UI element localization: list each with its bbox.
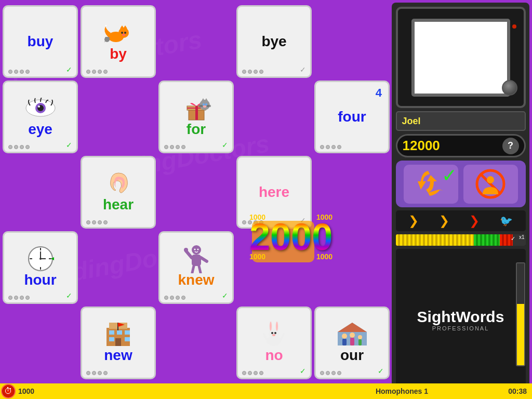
word-knew: knew: [178, 272, 214, 288]
nav-bird-icon[interactable]: 🐦: [500, 215, 513, 227]
nav-arrow-1[interactable]: ❯: [408, 214, 419, 228]
svg-point-45: [197, 248, 198, 250]
card-bye-check: ✓: [300, 65, 306, 74]
card-four[interactable]: 4 four: [314, 81, 390, 153]
recycle-icon: [417, 170, 445, 198]
card-our-check: ✓: [378, 367, 384, 375]
card-here-check: ✓: [300, 216, 306, 224]
svg-point-62: [271, 332, 273, 334]
svg-line-41: [201, 258, 207, 261]
nav-arrows: ❯ ❯ ❯ 🐦: [396, 210, 526, 231]
svg-point-9: [108, 37, 110, 39]
word-new: new: [104, 347, 132, 364]
card-empty-9: [236, 231, 312, 304]
tv-display: [396, 7, 526, 108]
card-here-dots: [242, 220, 263, 224]
tv-knob[interactable]: [502, 80, 517, 96]
svg-line-39: [186, 251, 192, 258]
card-bye[interactable]: bye ✓: [236, 5, 312, 78]
card-hour[interactable]: hour ✓: [3, 231, 78, 304]
card-empty-4: [236, 81, 312, 153]
svg-marker-20: [202, 98, 205, 101]
word-by: by: [110, 46, 127, 62]
progress-check: ✓: [511, 235, 515, 242]
svg-rect-52: [125, 337, 130, 341]
cat-gift-icon: [181, 97, 212, 120]
level-fill: [517, 304, 524, 365]
score-box: 12000 ?: [396, 134, 526, 157]
progress-bar: ✓ x1: [396, 234, 526, 246]
svg-point-1: [118, 28, 129, 38]
card-for[interactable]: for ✓: [158, 81, 234, 153]
card-eye[interactable]: eye ✓: [3, 81, 78, 153]
svg-point-14: [38, 105, 40, 108]
card-by[interactable]: by: [81, 5, 156, 78]
svg-point-60: [270, 322, 272, 331]
building-icon: [103, 323, 134, 346]
card-new-dots: [86, 371, 108, 375]
recycle-button[interactable]: ✓: [404, 165, 458, 204]
card-no[interactable]: no ✓: [236, 307, 312, 379]
svg-point-63: [274, 332, 276, 334]
word-for: for: [187, 121, 206, 138]
card-our[interactable]: our ✓: [314, 307, 390, 379]
player-name: Joel: [402, 116, 421, 127]
svg-point-24: [203, 105, 206, 108]
level-bar: [516, 262, 525, 366]
word-hour: hour: [24, 272, 56, 288]
svg-rect-38: [192, 255, 201, 266]
card-four-dots: [320, 145, 341, 149]
card-no-check: ✓: [300, 367, 306, 375]
progress-green: [474, 234, 500, 246]
logo-text-line1: SightWords: [417, 308, 504, 325]
eye-icon: [25, 97, 56, 120]
word-no: no: [265, 347, 283, 364]
person-raising-hand-icon: [181, 247, 212, 271]
card-our-dots: [320, 371, 341, 375]
rabbit-icon: [259, 323, 290, 346]
multiplier-label: x1: [519, 234, 525, 240]
word-bye: bye: [261, 33, 286, 50]
card-hear[interactable]: hear: [81, 156, 156, 229]
tv-screen: [411, 19, 510, 97]
progress-zigzag: [396, 234, 526, 246]
card-knew-check: ✓: [222, 291, 228, 300]
svg-point-37: [192, 245, 201, 255]
card-for-check: ✓: [222, 141, 228, 149]
card-empty-10: [314, 231, 390, 304]
card-grid: buy ✓: [3, 5, 390, 390]
action-buttons-container: ✓: [396, 161, 526, 207]
word-buy: buy: [28, 33, 54, 50]
card-for-dots: [164, 145, 185, 149]
svg-line-66: [281, 334, 284, 339]
svg-line-65: [264, 334, 267, 339]
card-buy-check: ✓: [66, 65, 72, 74]
disable-button[interactable]: [463, 165, 518, 204]
clock-icon: [25, 247, 56, 271]
svg-rect-70: [342, 339, 347, 345]
tv-power-light: [512, 24, 516, 29]
logo-text-line2: PROFESSIONAL: [432, 325, 489, 331]
card-empty-6: [158, 156, 234, 229]
svg-rect-50: [125, 330, 130, 335]
card-knew[interactable]: knew ✓: [158, 231, 234, 304]
card-empty-7: [314, 156, 390, 229]
nav-arrow-3[interactable]: ❯: [469, 214, 480, 228]
card-new[interactable]: new: [81, 307, 156, 379]
word-here: here: [259, 184, 289, 201]
score-value: 12000: [403, 138, 440, 154]
bottom-score: 1000: [18, 387, 34, 395]
svg-point-73: [358, 335, 362, 339]
by-fox-icon: [103, 21, 134, 45]
no-icon: [475, 168, 506, 200]
four-number: 4: [376, 86, 382, 100]
ear-icon: [103, 172, 134, 195]
card-buy[interactable]: buy ✓: [3, 5, 78, 78]
svg-point-61: [276, 322, 278, 331]
card-here[interactable]: here ✓: [236, 156, 312, 229]
card-by-dots: [86, 70, 108, 74]
svg-marker-3: [123, 25, 127, 29]
recycle-check-icon: ✓: [442, 165, 457, 187]
nav-arrow-2[interactable]: ❯: [439, 214, 449, 228]
score-help-button[interactable]: ?: [502, 138, 519, 154]
